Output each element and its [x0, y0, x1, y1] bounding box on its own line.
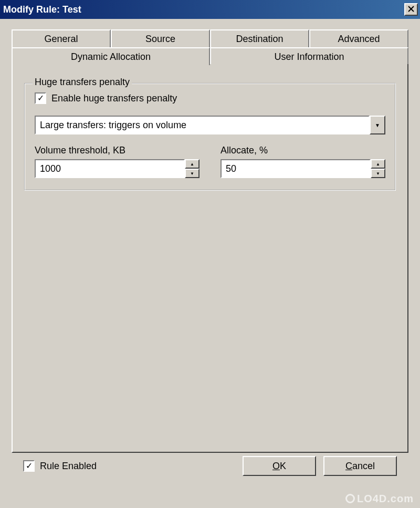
- volume-spinner-buttons: ▲ ▼: [185, 159, 200, 178]
- tab-row-2: Dynamic Allocation User Information: [12, 47, 408, 65]
- select-text: Large transfers: triggers on volume: [40, 120, 186, 131]
- enable-penalty-checkbox[interactable]: ✓: [35, 92, 46, 104]
- arrow-up-icon: ▲: [190, 162, 194, 167]
- volume-threshold-group: Volume threshold, KB 1000 ▲ ▼: [35, 145, 200, 178]
- checkmark-icon: ✓: [37, 94, 44, 102]
- tab-label: Dynamic Allocation: [71, 51, 151, 63]
- allocate-spinner-buttons: ▲ ▼: [371, 159, 385, 178]
- close-button[interactable]: [404, 3, 418, 16]
- ok-label: OK: [272, 461, 286, 472]
- chevron-down-icon: ▼: [375, 122, 380, 128]
- allocate-spinner-up[interactable]: ▲: [371, 159, 385, 169]
- tab-dynamic-allocation[interactable]: Dynamic Allocation: [12, 47, 210, 65]
- enable-penalty-label: Enable huge transfers penalty: [51, 93, 177, 104]
- allocate-spinner: 50 ▲ ▼: [220, 159, 385, 178]
- fieldset-legend: Huge transfers penalty: [33, 77, 132, 88]
- arrow-down-icon: ▼: [190, 171, 194, 176]
- volume-spinner-up[interactable]: ▲: [185, 159, 200, 169]
- volume-threshold-label: Volume threshold, KB: [35, 145, 200, 156]
- fieldset-huge-transfers: Huge transfers penalty ✓ Enable huge tra…: [24, 83, 396, 191]
- watermark-text: LO4D.com: [357, 493, 414, 504]
- rule-enabled-label: Rule Enabled: [40, 461, 97, 472]
- tab-panel-dynamic-allocation: Huge transfers penalty ✓ Enable huge tra…: [12, 64, 408, 453]
- arrow-up-icon: ▲: [376, 162, 380, 167]
- allocate-spinner-down[interactable]: ▼: [371, 169, 385, 178]
- ok-button[interactable]: OK: [243, 456, 316, 476]
- volume-threshold-spinner: 1000 ▲ ▼: [35, 159, 200, 178]
- close-icon: [408, 5, 414, 14]
- window-title: Modify Rule: Test: [3, 4, 81, 15]
- tab-destination[interactable]: Destination: [210, 29, 309, 47]
- checkmark-icon: ✓: [26, 462, 33, 470]
- watermark-icon: [345, 494, 355, 503]
- tab-advanced[interactable]: Advanced: [309, 29, 408, 47]
- allocate-input[interactable]: 50: [220, 159, 371, 178]
- allocate-group: Allocate, % 50 ▲ ▼: [220, 145, 385, 178]
- tab-label: Destination: [236, 34, 283, 45]
- watermark: LO4D.com: [345, 493, 414, 505]
- dialog-content: General Source Destination Advanced Dyna…: [0, 19, 420, 483]
- volume-spinner-down[interactable]: ▼: [185, 169, 200, 178]
- allocate-label: Allocate, %: [220, 145, 385, 156]
- tab-container: General Source Destination Advanced Dyna…: [12, 29, 408, 453]
- volume-threshold-input[interactable]: 1000: [35, 159, 185, 178]
- cancel-button[interactable]: Cancel: [323, 456, 397, 476]
- tab-general[interactable]: General: [12, 29, 111, 47]
- rule-enabled-row: ✓ Rule Enabled: [23, 460, 97, 472]
- enable-penalty-row: ✓ Enable huge transfers penalty: [35, 92, 385, 104]
- tab-active-indicator: [13, 65, 209, 66]
- tab-user-information[interactable]: User Information: [210, 47, 408, 65]
- tab-source[interactable]: Source: [111, 29, 210, 47]
- tab-label: Advanced: [338, 34, 380, 45]
- dialog-footer: ✓ Rule Enabled OK Cancel: [12, 456, 408, 476]
- input-value: 1000: [40, 163, 61, 174]
- tab-row-1: General Source Destination Advanced: [12, 29, 408, 47]
- tab-label: Source: [145, 34, 175, 45]
- titlebar: Modify Rule: Test: [0, 0, 420, 19]
- rule-enabled-checkbox[interactable]: ✓: [23, 460, 35, 472]
- arrow-down-icon: ▼: [376, 171, 380, 176]
- dropdown-arrow-button[interactable]: ▼: [370, 116, 385, 134]
- input-group-row: Volume threshold, KB 1000 ▲ ▼ A: [35, 145, 385, 178]
- trigger-select[interactable]: Large transfers: triggers on volume ▼: [35, 116, 385, 134]
- tab-label: General: [44, 34, 78, 45]
- trigger-select-value: Large transfers: triggers on volume: [35, 116, 370, 134]
- input-value: 50: [226, 163, 236, 174]
- cancel-label: Cancel: [345, 461, 375, 472]
- button-group: OK Cancel: [243, 456, 397, 476]
- tab-label: User Information: [274, 51, 344, 63]
